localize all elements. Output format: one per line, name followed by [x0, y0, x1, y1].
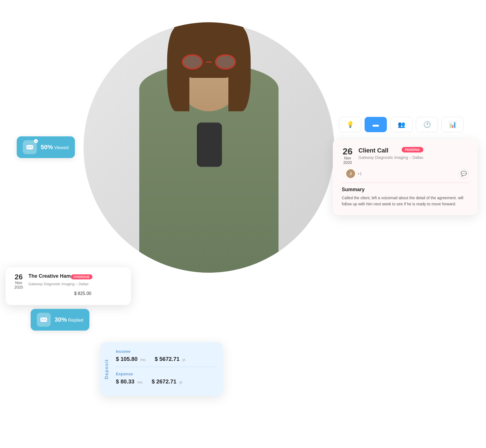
income-yearly-period: yr.	[182, 358, 186, 362]
deposit-expense-section: Expense $ 80.33 mo. $ 2672.71 yr.	[116, 371, 216, 385]
history-icon: 🕐	[423, 121, 431, 128]
expense-row: $ 80.33 mo. $ 2672.71 yr.	[116, 378, 216, 385]
call-divider	[342, 183, 469, 183]
team-icon: 👥	[398, 121, 405, 128]
invoice-card: 26 Nov 2020 The Creative Ham OVERDUE Gat…	[6, 267, 131, 305]
chat-icon[interactable]: 💬	[459, 169, 469, 179]
deposit-income-section: Income $ 105.80 mo. $ 5672.71 yr.	[116, 349, 216, 362]
deposit-label: Deposit	[100, 342, 113, 396]
email-replied-badge: ✉️ 30% Replied	[31, 309, 89, 331]
deposit-card: Deposit Income $ 105.80 mo. $ 5672.71 yr…	[100, 342, 223, 396]
email-icon-bottom: ✉️	[37, 313, 51, 327]
email-replied-text: 30% Replied	[55, 316, 83, 323]
call-header-row: 26 Nov 2020 Client Call PENDING Gateway …	[342, 147, 423, 165]
call-avatars: J +1 💬	[342, 169, 469, 179]
deposit-divider	[116, 367, 216, 367]
summary-text: Called the client, left a voicemail abou…	[342, 195, 469, 207]
toolbar-team-btn[interactable]: 👥	[390, 117, 412, 132]
expense-monthly: $ 80.33	[116, 378, 135, 385]
expense-yearly-period: yr.	[179, 380, 183, 384]
expense-monthly-period: mo.	[137, 380, 143, 384]
email-dot: ●	[34, 139, 38, 143]
avatar-count: +1	[357, 171, 362, 176]
toolbar-chart-btn[interactable]: 📊	[441, 117, 464, 132]
avatar-1: J	[346, 169, 356, 179]
income-title: Income	[116, 349, 216, 354]
income-yearly: $ 5672.71	[155, 356, 180, 362]
idea-icon: 💡	[346, 121, 354, 128]
call-info: Client Call PENDING Gateway Diagnostic I…	[358, 147, 423, 160]
client-call-card: 26 Nov 2020 Client Call PENDING Gateway …	[333, 139, 478, 215]
expense-title: Expense	[116, 371, 216, 376]
email-viewed-badge: ✉️ ● 50% Viewed	[17, 136, 75, 158]
invoice-header: 26 Nov 2020 The Creative Ham OVERDUE Gat…	[13, 273, 123, 297]
call-subtitle: Gateway Diagnostic Imaging – Dallas	[358, 155, 423, 160]
invoice-info: The Creative Ham OVERDUE Gateway Diagnos…	[28, 273, 92, 297]
income-monthly: $ 105.80	[116, 356, 138, 362]
invoice-title: The Creative Ham	[28, 273, 71, 279]
call-title: Client Call	[358, 147, 389, 154]
invoice-subtitle: Gateway Diagnostic Imaging – Dallas	[28, 282, 92, 286]
expense-yearly: $ 2672.71	[152, 378, 176, 385]
toolbar-idea-btn[interactable]: 💡	[339, 117, 361, 132]
email-icon-top: ✉️ ●	[23, 140, 37, 154]
call-date: 26 Nov 2020	[342, 147, 353, 165]
income-monthly-period: mo.	[140, 358, 146, 362]
invoice-row: 26 Nov 2020 The Creative Ham OVERDUE Gat…	[13, 273, 92, 297]
toolbar-history-btn[interactable]: 🕐	[416, 117, 438, 132]
call-card-header: 26 Nov 2020 Client Call PENDING Gateway …	[342, 147, 469, 165]
deposit-content: Income $ 105.80 mo. $ 5672.71 yr. Expens…	[113, 342, 223, 396]
invoice-date: 26 Nov 2020	[13, 273, 24, 289]
pending-badge: PENDING	[402, 147, 423, 152]
toolbar-dashboard-btn[interactable]: ▬	[365, 117, 387, 132]
person-circle	[84, 22, 334, 273]
toolbar: 💡 ▬ 👥 🕐 📊	[339, 117, 464, 132]
overdue-badge: OVERDUE	[71, 274, 92, 279]
invoice-amount: $825.00	[28, 289, 92, 297]
chart-icon: 📊	[449, 121, 456, 128]
income-row: $ 105.80 mo. $ 5672.71 yr.	[116, 356, 216, 362]
email-viewed-text: 50% Viewed	[41, 144, 69, 151]
person-image	[84, 22, 334, 273]
summary-title: Summary	[342, 187, 469, 193]
dashboard-icon: ▬	[373, 121, 379, 128]
